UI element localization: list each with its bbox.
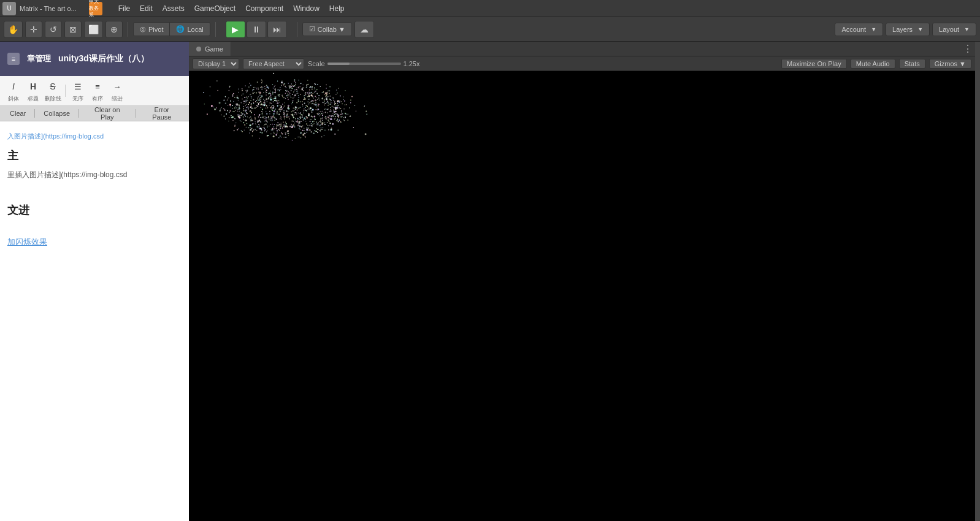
main-area: ≡ 章管理 unity3d课后作业（八） I 斜体 H 标题 S 删除线 ☰ 无… [0, 42, 980, 521]
toolbar: ✋ ✛ ↺ ⊠ ⬜ ⊕ ◎ Pivot 🌐 Local ▶ ⏸ ⏭ [0, 17, 980, 42]
menu-file[interactable]: File [113, 3, 135, 14]
body-text-1: 里插入图片描述](https://img-blog.csd [7, 169, 182, 181]
pivot-button[interactable]: ◎ Pivot [134, 23, 170, 36]
transform-tool-button[interactable]: ⊕ [105, 21, 123, 38]
scale-slider-fill [327, 63, 350, 65]
heading-1: 主 [7, 147, 182, 165]
game-tab[interactable]: Game [189, 42, 231, 56]
left-panel: ≡ 章管理 unity3d课后作业（八） I 斜体 H 标题 S 删除线 ☰ 无… [0, 42, 189, 521]
menu-bar: U Matrix - The art o... 中大教务系 File Edit … [0, 0, 980, 17]
toolbar-sep-1 [128, 22, 128, 37]
mute-audio-button[interactable]: Mute Audio [851, 59, 895, 69]
format-toolbar: I 斜体 H 标题 S 删除线 ☰ 无序 ≡ 有序 → 缩进 [0, 76, 189, 105]
rotate-icon: ↺ [50, 25, 57, 34]
play-icon: ▶ [232, 25, 239, 34]
error-pause-button[interactable]: Error Pause [140, 105, 184, 122]
pause-icon: ⏸ [252, 25, 261, 34]
account-layers-layout: Account ▼ Layers ▼ Layout ▼ [835, 23, 976, 36]
app-title: Matrix - The art o... [20, 5, 77, 12]
italic-label: 斜体 [8, 95, 19, 103]
maximize-on-play-button[interactable]: Maximize On Play [781, 59, 847, 69]
play-group: ▶ ⏸ ⏭ [226, 21, 287, 38]
link-text[interactable]: 加闪烁效果 [7, 237, 47, 246]
pivot-local-group: ◎ Pivot 🌐 Local [133, 22, 210, 36]
unordered-list-button[interactable]: ☰ [69, 78, 86, 95]
rotate-tool-button[interactable]: ↺ [45, 21, 62, 38]
console-sep-2 [78, 109, 79, 118]
gizmos-dropdown-arrow: ▼ [959, 60, 966, 67]
left-top-header: ≡ 章管理 unity3d课后作业（八） [0, 42, 189, 76]
toolbar-sep-3 [297, 22, 297, 37]
game-canvas [189, 71, 975, 521]
layout-dropdown-arrow: ▼ [964, 26, 970, 32]
play-button[interactable]: ▶ [226, 21, 245, 38]
strikethrough-button[interactable]: S [44, 78, 61, 95]
ordered-list-button[interactable]: ≡ [89, 78, 106, 95]
scale-group: Scale 1.25x [308, 60, 419, 67]
game-tab-menu[interactable]: ⋮ [960, 43, 975, 55]
console-bar: Clear Collapse Clear on Play Error Pause [0, 105, 189, 121]
gizmos-button[interactable]: Gizmos ▼ [929, 59, 971, 69]
collab-button[interactable]: ☑ Collab ▼ [302, 22, 352, 36]
right-panel: Game ⋮ Display 1 Free Aspect Scale 1.25x [189, 42, 975, 521]
heading-button[interactable]: H [25, 78, 42, 95]
local-button[interactable]: 🌐 Local [170, 23, 209, 36]
toolbar-sep-2 [215, 22, 216, 37]
italic-button[interactable]: I [5, 78, 22, 95]
account-dropdown-arrow: ▼ [871, 26, 876, 32]
layers-dropdown-arrow: ▼ [917, 26, 923, 32]
hand-icon: ✋ [8, 25, 18, 34]
doc-title: unity3d课后作业（八） [58, 53, 149, 64]
cloud-button[interactable]: ☁ [354, 21, 374, 38]
layers-dropdown[interactable]: Layers ▼ [886, 23, 930, 36]
ul-label: 无序 [72, 95, 83, 103]
stats-button[interactable]: Stats [899, 59, 925, 69]
menu-assets[interactable]: Assets [158, 3, 189, 14]
image-placeholder-1: 入图片描述](https://img-blog.csd [7, 131, 182, 142]
menu-component[interactable]: Component [240, 3, 288, 14]
pause-button[interactable]: ⏸ [247, 21, 266, 38]
menu-window[interactable]: Window [288, 3, 324, 14]
indent-label: 缩进 [112, 95, 123, 103]
step-button[interactable]: ⏭ [267, 21, 287, 38]
strike-label: 删除线 [45, 95, 61, 103]
rect-tool-button[interactable]: ⬜ [84, 21, 103, 38]
layout-dropdown[interactable]: Layout ▼ [932, 23, 976, 36]
menu-edit[interactable]: Edit [135, 3, 158, 14]
pivot-icon: ◎ [140, 25, 146, 33]
editor-content[interactable]: 入图片描述](https://img-blog.csd 主 里插入图片描述](h… [0, 121, 189, 521]
chapter-label: 章管理 [27, 53, 51, 64]
display-select[interactable]: Display 1 [193, 58, 239, 69]
edu-icon: 中大教务系 [89, 2, 102, 15]
step-icon: ⏭ [273, 25, 281, 34]
game-tab-dot [196, 47, 201, 51]
rect-icon: ⬜ [88, 25, 99, 34]
scale-tool-button[interactable]: ⊠ [64, 21, 82, 38]
ol-label: 有序 [92, 95, 103, 103]
particle-canvas [189, 71, 373, 163]
heading-2: 文进 [7, 202, 182, 219]
scale-value: 1.25x [404, 60, 420, 67]
right-sidebar [975, 42, 980, 521]
hand-tool-button[interactable]: ✋ [4, 21, 23, 38]
move-tool-button[interactable]: ✛ [25, 21, 42, 38]
scale-label: Scale [308, 60, 325, 67]
local-icon: 🌐 [176, 25, 185, 33]
menu-help[interactable]: Help [324, 3, 350, 14]
fmt-sep-1 [65, 85, 66, 97]
chapter-icon: ≡ [7, 53, 20, 65]
scale-icon: ⊠ [69, 25, 77, 34]
clear-on-play-button[interactable]: Clear on Play [83, 105, 132, 122]
collab-checkbox-icon: ☑ [309, 25, 315, 33]
game-toolbar-right: Maximize On Play Mute Audio Stats Gizmos… [781, 59, 971, 69]
menu-gameobject[interactable]: GameObject [189, 3, 240, 14]
collapse-button[interactable]: Collapse [39, 108, 75, 118]
heading-label: 标题 [28, 95, 39, 103]
cloud-icon: ☁ [360, 25, 369, 34]
scale-slider[interactable] [327, 63, 401, 65]
clear-button[interactable]: Clear [5, 108, 31, 118]
account-dropdown[interactable]: Account ▼ [835, 23, 883, 36]
app-icon: U [2, 2, 16, 15]
aspect-select[interactable]: Free Aspect [243, 58, 304, 69]
indent-button[interactable]: → [109, 78, 126, 95]
